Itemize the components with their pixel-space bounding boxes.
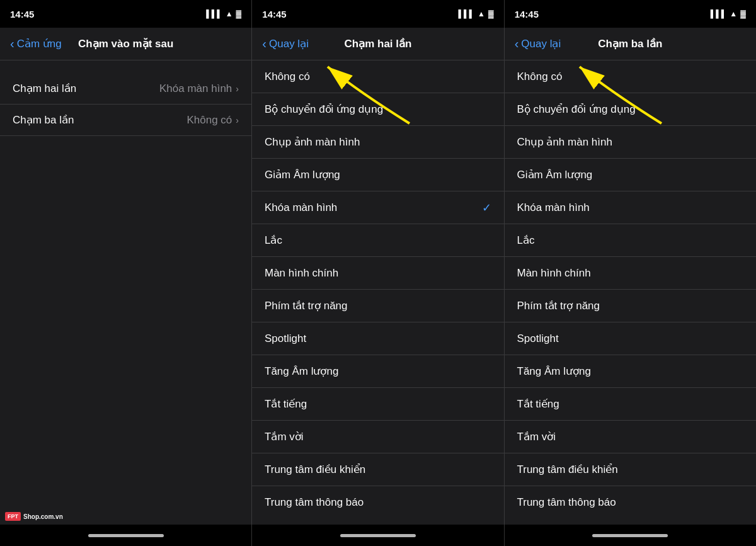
nav-bar: ‹ Cảm ứng Chạm vào mặt sau ‹ Quay lại Ch… xyxy=(0,28,756,60)
list-item-label: Tắt tiếng xyxy=(265,397,307,411)
back-button-settings[interactable]: ‹ Cảm ứng xyxy=(10,37,62,50)
status-segment-3: 14:45 ▌▌▌ ▲ ▓ xyxy=(505,0,756,28)
bottom-bar xyxy=(0,525,756,546)
panel-triple-tap: Không cóBộ chuyển đổi ứng dụngChụp ảnh m… xyxy=(505,60,757,525)
list-item[interactable]: Chụp ảnh màn hình xyxy=(252,126,504,159)
list-item[interactable]: Không có xyxy=(505,60,757,93)
settings-row-triple-value: Không có › xyxy=(186,114,239,127)
battery-icon-1: ▓ xyxy=(236,9,242,18)
list-item[interactable]: Trung tâm điều khiển xyxy=(252,453,504,486)
list-item[interactable]: Giảm Âm lượng xyxy=(505,159,757,191)
back-label-double: Quay lại xyxy=(269,37,309,50)
list-item-label: Tắt tiếng xyxy=(517,397,559,411)
settings-row-triple-label: Chạm ba lần xyxy=(13,113,74,127)
list-item[interactable]: Tăng Âm lượng xyxy=(252,355,504,388)
checkmark-icon: ✓ xyxy=(482,201,491,215)
list-item[interactable]: Tắm vời xyxy=(505,421,757,453)
list-item-label: Trung tâm thông báo xyxy=(265,496,364,509)
signal-icon-3: ▌▌▌ xyxy=(711,9,727,18)
list-item-label: Không có xyxy=(517,71,563,83)
list-item[interactable]: Màn hình chính xyxy=(252,257,504,290)
status-time-1: 14:45 xyxy=(10,9,34,20)
list-item-label: Màn hình chính xyxy=(265,267,338,280)
list-item-label: Trung tâm điều khiển xyxy=(265,463,365,476)
list-item[interactable]: Lắc xyxy=(252,224,504,257)
nav-segment-settings: ‹ Cảm ứng Chạm vào mặt sau xyxy=(0,28,252,60)
list-item-label: Trung tâm điều khiển xyxy=(517,463,618,476)
chevron-double: › xyxy=(236,84,239,94)
list-item-label: Bộ chuyển đổi ứng dụng xyxy=(517,103,636,116)
list-item[interactable]: Trung tâm điều khiển xyxy=(505,453,757,486)
back-chevron-double: ‹ xyxy=(262,37,266,50)
nav-title-double: Chạm hai lần xyxy=(345,37,412,50)
list-item[interactable]: Tắt tiếng xyxy=(252,388,504,421)
list-item-label: Trung tâm thông báo xyxy=(517,496,616,509)
home-indicator-1 xyxy=(88,534,164,537)
list-item-label: Phím tắt trợ năng xyxy=(517,299,600,312)
bottom-segment-2 xyxy=(252,525,504,546)
list-item-label: Lắc xyxy=(517,234,535,247)
list-item[interactable]: Spotlight xyxy=(505,322,757,355)
status-time-2: 14:45 xyxy=(262,9,286,20)
list-item-label: Tăng Âm lượng xyxy=(265,365,338,378)
settings-row-triple-tap[interactable]: Chạm ba lần Không có › xyxy=(0,105,251,136)
list-item[interactable]: Tắm vời xyxy=(252,421,504,453)
wifi-icon-3: ▲ xyxy=(730,9,737,18)
watermark: FPT Shop.com.vn xyxy=(5,512,63,521)
list-item[interactable]: Màn hình chính xyxy=(505,257,757,290)
settings-row-double-value-text: Khóa màn hình xyxy=(159,82,232,95)
wifi-icon-2: ▲ xyxy=(478,9,485,18)
list-item-label: Spotlight xyxy=(265,333,306,345)
chevron-triple: › xyxy=(236,115,239,125)
back-chevron-settings: ‹ xyxy=(10,37,14,50)
list-item[interactable]: Khóa màn hình xyxy=(505,191,757,224)
status-icons-3: ▌▌▌ ▲ ▓ xyxy=(711,9,746,18)
battery-icon-2: ▓ xyxy=(488,9,494,18)
list-item[interactable]: Tăng Âm lượng xyxy=(505,355,757,388)
list-item[interactable]: Khóa màn hình✓ xyxy=(252,191,504,224)
back-button-triple[interactable]: ‹ Quay lại xyxy=(515,37,561,50)
wifi-icon-1: ▲ xyxy=(226,9,233,18)
list-item-label: Không có xyxy=(265,71,310,83)
nav-title-triple: Chạm ba lần xyxy=(598,37,662,50)
nav-segment-triple: ‹ Quay lại Chạm ba lần xyxy=(505,28,756,60)
bottom-segment-1 xyxy=(0,525,252,546)
status-segment-2: 14:45 ▌▌▌ ▲ ▓ xyxy=(252,0,504,28)
bottom-segment-3 xyxy=(505,525,756,546)
settings-row-double-tap[interactable]: Chạm hai lần Khóa màn hình › xyxy=(0,73,251,105)
list-item[interactable]: Lắc xyxy=(505,224,757,257)
panel-double-tap: Không cóBộ chuyển đổi ứng dụngChụp ảnh m… xyxy=(252,60,505,525)
list-item[interactable]: Giảm Âm lượng xyxy=(252,159,504,191)
back-button-double[interactable]: ‹ Quay lại xyxy=(262,37,309,50)
list-item-label: Phím tắt trợ năng xyxy=(265,299,348,312)
list-item-label: Giảm Âm lượng xyxy=(517,168,593,181)
status-segment-1: 14:45 ▌▌▌ ▲ ▓ xyxy=(0,0,252,28)
list-item[interactable]: Phím tắt trợ năng xyxy=(252,290,504,322)
watermark-text: Shop.com.vn xyxy=(23,513,63,520)
home-indicator-3 xyxy=(592,534,668,537)
status-icons-1: ▌▌▌ ▲ ▓ xyxy=(206,9,241,18)
list-item[interactable]: Spotlight xyxy=(252,322,504,355)
settings-row-double-label: Chạm hai lần xyxy=(13,82,76,95)
back-label-triple: Quay lại xyxy=(521,37,561,50)
list-item[interactable]: Phím tắt trợ năng xyxy=(505,290,757,322)
back-label-settings: Cảm ứng xyxy=(17,37,62,50)
list-item-label: Khóa màn hình xyxy=(517,202,590,214)
list-item[interactable]: Bộ chuyển đổi ứng dụng xyxy=(252,93,504,126)
list-item[interactable]: Chụp ảnh màn hình xyxy=(505,126,757,159)
back-chevron-triple: ‹ xyxy=(515,37,519,50)
list-item-label: Bộ chuyển đổi ứng dụng xyxy=(265,103,383,116)
list-item[interactable]: Trung tâm thông báo xyxy=(252,486,504,519)
list-item[interactable]: Bộ chuyển đổi ứng dụng xyxy=(505,93,757,126)
watermark-badge: FPT xyxy=(5,512,21,521)
list-item-label: Tắm vời xyxy=(517,430,556,443)
signal-icon-2: ▌▌▌ xyxy=(459,9,475,18)
list-item[interactable]: Không có xyxy=(252,60,504,93)
list-item-label: Spotlight xyxy=(517,333,559,345)
list-item-label: Lắc xyxy=(265,234,282,247)
home-indicator-2 xyxy=(340,534,416,537)
panel-settings: Chạm hai lần Khóa màn hình › Chạm ba lần… xyxy=(0,60,252,525)
list-item-label: Khóa màn hình xyxy=(265,202,337,214)
list-item[interactable]: Tắt tiếng xyxy=(505,388,757,421)
list-item[interactable]: Trung tâm thông báo xyxy=(505,486,757,519)
